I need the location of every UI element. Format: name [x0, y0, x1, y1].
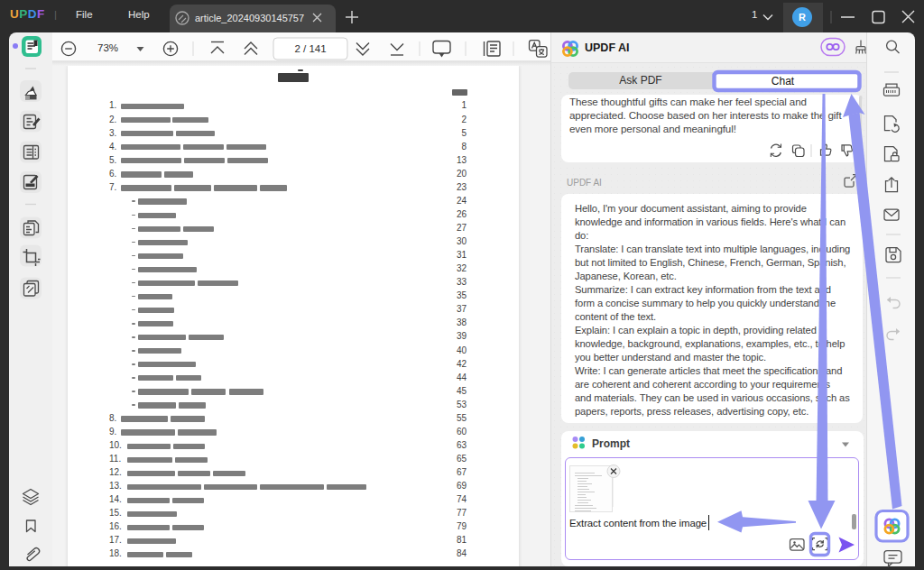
svg-text:2 / 141: 2 / 141	[294, 43, 326, 54]
